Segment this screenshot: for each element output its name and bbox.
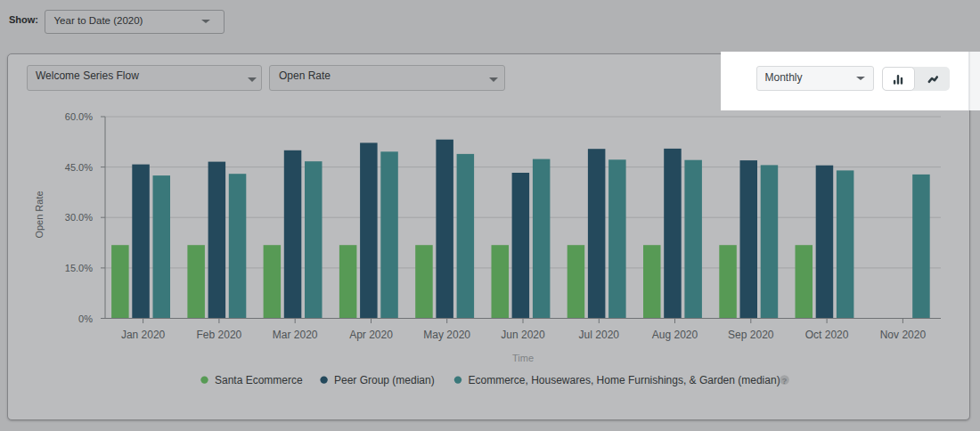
svg-text:Ecommerce, Housewares, Home Fu: Ecommerce, Housewares, Home Furnishings,… — [469, 374, 780, 386]
svg-text:0%: 0% — [78, 313, 93, 324]
svg-text:May 2020: May 2020 — [423, 329, 470, 341]
svg-text:45.0%: 45.0% — [65, 162, 93, 173]
svg-text:Feb 2020: Feb 2020 — [197, 329, 242, 341]
svg-text:60.0%: 60.0% — [65, 111, 93, 122]
svg-text:Time: Time — [512, 353, 534, 363]
svg-text:Sep 2020: Sep 2020 — [728, 329, 774, 341]
svg-text:30.0%: 30.0% — [65, 212, 93, 223]
svg-text:Mar 2020: Mar 2020 — [273, 329, 318, 341]
svg-text:Peer Group (median): Peer Group (median) — [334, 374, 435, 386]
svg-text:Open Rate: Open Rate — [34, 191, 45, 238]
svg-text:Jul 2020: Jul 2020 — [579, 329, 620, 341]
svg-text:Oct 2020: Oct 2020 — [805, 329, 849, 341]
svg-text:Apr 2020: Apr 2020 — [349, 329, 393, 341]
svg-text:?: ? — [782, 376, 788, 386]
svg-text:Jan 2020: Jan 2020 — [121, 329, 166, 341]
svg-text:Aug 2020: Aug 2020 — [652, 329, 698, 341]
svg-text:Jun 2020: Jun 2020 — [501, 329, 545, 341]
svg-text:15.0%: 15.0% — [65, 263, 93, 273]
svg-text:Santa Ecommerce: Santa Ecommerce — [215, 374, 303, 386]
svg-text:Nov 2020: Nov 2020 — [880, 329, 927, 341]
